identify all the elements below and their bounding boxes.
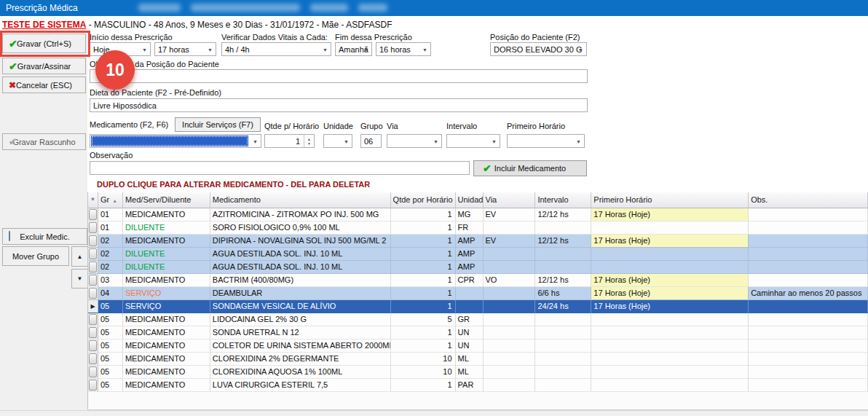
cell-medicamento[interactable]: BACTRIM (400/80MG)	[210, 274, 391, 287]
table-row[interactable]: 05MEDICAMENTOCLOREXIDINA 2% DEGERMANTE10…	[88, 353, 868, 366]
cell-primeiro-horario[interactable]	[591, 340, 749, 353]
cell-unidade[interactable]: GR	[456, 313, 484, 326]
cell-tipo[interactable]: MEDICAMENTO	[123, 274, 210, 287]
cell-gr[interactable]: 05	[98, 313, 123, 326]
cell-unidade[interactable]: FR	[456, 221, 484, 235]
table-row[interactable]: 02MEDICAMENTODIPIRONA - NOVALGINA SOL IN…	[88, 235, 868, 248]
cell-via[interactable]	[484, 261, 536, 274]
cell-intervalo[interactable]: 12/12 hs	[535, 274, 591, 287]
cell-medicamento[interactable]: AZITROMICINA - ZITROMAX PO INJ. 500 MG	[210, 208, 391, 221]
cell-via[interactable]	[484, 326, 536, 340]
table-row[interactable]: 01DILUENTESORO FISIOLOGICO 0,9% 100 ML1F…	[88, 221, 868, 235]
qtde-spinner[interactable]: 1 ▲ ▼	[264, 134, 315, 148]
cell-obs[interactable]: Caminhar ao menos 20 passos	[749, 287, 868, 300]
cell-primeiro-horario[interactable]	[591, 353, 749, 366]
cell-qtde[interactable]: 1	[391, 300, 456, 313]
cell-primeiro-horario[interactable]	[591, 261, 749, 274]
cell-medicamento[interactable]: COLETOR DE URINA SISTEMA ABERTO 2000ML	[210, 340, 391, 353]
cell-unidade[interactable]: ML	[456, 366, 484, 379]
cell-intervalo[interactable]	[535, 326, 591, 340]
cell-tipo[interactable]: MEDICAMENTO	[123, 353, 210, 366]
cell-gr[interactable]: 05	[98, 340, 123, 353]
cell-gr[interactable]: 05	[98, 326, 123, 340]
cell-obs[interactable]	[749, 248, 868, 261]
intervalo-select[interactable]: ▼	[446, 134, 500, 148]
cell-gr[interactable]: 05	[98, 366, 123, 379]
cell-via[interactable]	[484, 366, 536, 379]
cell-obs[interactable]	[749, 326, 868, 340]
cell-tipo[interactable]: MEDICAMENTO	[123, 326, 210, 340]
cell-qtde[interactable]: 1	[391, 235, 456, 248]
medicamento-select[interactable]: ▼	[90, 134, 261, 148]
cell-medicamento[interactable]: LIDOCAINA GEL 2% 30 G	[210, 313, 391, 326]
cell-primeiro-horario[interactable]	[591, 379, 749, 392]
cell-via[interactable]	[484, 248, 536, 261]
grid-header-gr[interactable]: Gr▲	[98, 192, 123, 208]
cell-intervalo[interactable]	[535, 261, 591, 274]
cell-via[interactable]	[484, 379, 536, 392]
cell-tipo[interactable]: MEDICAMENTO	[123, 208, 210, 221]
grid-header-via[interactable]: Via	[484, 192, 536, 208]
inicio-time-select[interactable]: 17 horas ▼	[154, 42, 216, 56]
cell-intervalo[interactable]	[535, 366, 591, 379]
move-group-down-button[interactable]: ▼	[71, 269, 88, 289]
cell-primeiro-horario[interactable]	[591, 221, 749, 235]
cell-primeiro-horario[interactable]	[591, 248, 749, 261]
unidade-select[interactable]: ▼	[323, 134, 352, 148]
posicao-select[interactable]: DORSO ELEVADO 30 G ▼	[490, 42, 587, 56]
table-row[interactable]: 02DILUENTEAGUA DESTILADA SOL. INJ. 10 ML…	[88, 261, 868, 274]
cell-intervalo[interactable]	[535, 248, 591, 261]
table-row[interactable]: 05MEDICAMENTOLIDOCAINA GEL 2% 30 G5GR	[88, 313, 868, 326]
cell-via[interactable]: VO	[484, 274, 536, 287]
cell-qtde[interactable]: 1	[391, 221, 456, 235]
cell-gr[interactable]: 03	[98, 274, 123, 287]
cell-via[interactable]	[484, 313, 536, 326]
cell-intervalo[interactable]	[535, 221, 591, 235]
cell-unidade[interactable]: UN	[456, 326, 484, 340]
cell-gr[interactable]: 05	[98, 353, 123, 366]
cell-qtde[interactable]: 5	[391, 313, 456, 326]
cell-via[interactable]	[484, 221, 536, 235]
cell-tipo[interactable]: MEDICAMENTO	[123, 235, 210, 248]
grid-header-obs[interactable]: Obs.	[749, 192, 868, 208]
cell-unidade[interactable]: PAR	[456, 379, 484, 392]
cell-obs[interactable]	[749, 274, 868, 287]
grupo-input[interactable]	[360, 134, 382, 148]
cell-intervalo[interactable]: 24/24 hs	[535, 300, 591, 313]
cell-obs[interactable]	[749, 235, 868, 248]
cell-unidade[interactable]: ML	[456, 353, 484, 366]
cell-gr[interactable]: 05	[98, 379, 123, 392]
cell-unidade[interactable]	[456, 300, 484, 313]
table-row[interactable]: 01MEDICAMENTOAZITROMICINA - ZITROMAX PO …	[88, 208, 868, 221]
cell-qtde[interactable]: 1	[391, 340, 456, 353]
cell-medicamento[interactable]: AGUA DESTILADA SOL. INJ. 10 ML	[210, 248, 391, 261]
cell-medicamento[interactable]: SONDA URETRAL N 12	[210, 326, 391, 340]
cell-tipo[interactable]: DILUENTE	[123, 248, 210, 261]
cell-via[interactable]: EV	[484, 208, 536, 221]
save-sign-button[interactable]: ✔ Gravar/Assinar	[2, 58, 86, 74]
grid-header-qtde[interactable]: Qtde por Horário	[391, 192, 456, 208]
cell-unidade[interactable]: AMP	[456, 261, 484, 274]
grid-header-indicator[interactable]: *	[88, 192, 98, 208]
observacao-input[interactable]	[90, 161, 470, 175]
cell-qtde[interactable]: 1	[391, 261, 456, 274]
cancel-button[interactable]: ✖ Cancelar (ESC)	[2, 76, 86, 93]
cell-intervalo[interactable]: 12/12 hs	[535, 208, 591, 221]
cell-qtde[interactable]: 1	[391, 274, 456, 287]
cell-gr[interactable]: 05	[98, 300, 123, 313]
move-group-up-button[interactable]: ▲	[71, 246, 88, 267]
cell-intervalo[interactable]: 12/12 hs	[535, 235, 591, 248]
spin-down-icon[interactable]: ▼	[307, 141, 311, 146]
move-group-button[interactable]: Mover Grupo	[2, 246, 69, 266]
cell-primeiro-horario[interactable]: 17 Horas (Hoje)	[591, 274, 749, 287]
table-row[interactable]: ▶05SERVIÇOSONDAGEM VESICAL DE ALÍVIO124/…	[88, 300, 868, 313]
grid-header-primeiro-horario[interactable]: Primeiro Horário	[591, 192, 749, 208]
cell-tipo[interactable]: SERVIÇO	[123, 287, 210, 300]
cell-via[interactable]	[484, 287, 536, 300]
cell-medicamento[interactable]: CLOREXIDINA AQUOSA 1% 100ML	[210, 366, 391, 379]
cell-obs[interactable]	[749, 366, 868, 379]
cell-intervalo[interactable]	[535, 340, 591, 353]
cell-qtde[interactable]: 10	[391, 366, 456, 379]
cell-primeiro-horario[interactable]: 17 Horas (Hoje)	[591, 235, 749, 248]
grid-header-intervalo[interactable]: Intervalo	[535, 192, 591, 208]
